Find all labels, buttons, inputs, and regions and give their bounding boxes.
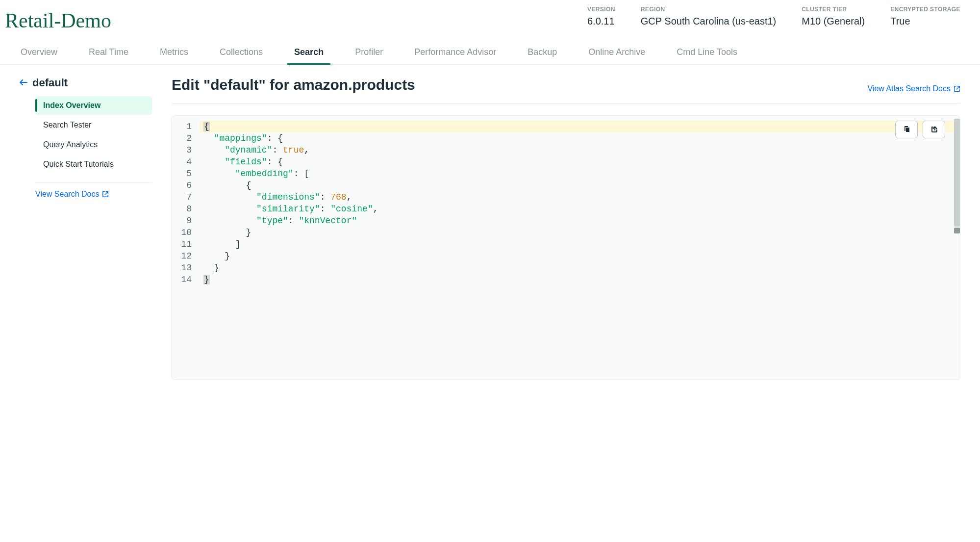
meta-value: M10 (General) [802, 16, 865, 27]
breadcrumb: default [20, 77, 152, 89]
sidebar-item-query-analytics[interactable]: Query Analytics [35, 135, 152, 154]
tab-profiler[interactable]: Profiler [354, 43, 384, 64]
tab-overview[interactable]: Overview [20, 43, 58, 64]
tab-backup[interactable]: Backup [527, 43, 558, 64]
meta-label: CLUSTER TIER [802, 6, 865, 13]
breadcrumb-title: default [32, 77, 68, 89]
view-search-docs-link[interactable]: View Search Docs [35, 190, 109, 199]
sidebar-nav: Index Overview Search Tester Query Analy… [35, 96, 152, 174]
meta-encrypted-storage: ENCRYPTED STORAGE True [890, 6, 960, 27]
view-atlas-search-docs-link[interactable]: View Atlas Search Docs [867, 84, 960, 93]
export-icon [930, 125, 938, 134]
meta-value: GCP South Carolina (us-east1) [641, 16, 776, 27]
sidebar-item-quick-start-tutorials[interactable]: Quick Start Tutorials [35, 155, 152, 174]
cluster-header: Retail-Demo VERSION 6.0.11 REGION GCP So… [0, 0, 980, 32]
cluster-tabs: Overview Real Time Metrics Collections S… [0, 43, 980, 65]
main-panel: Edit "default" for amazon.products View … [172, 77, 960, 380]
meta-value: True [890, 16, 960, 27]
meta-label: ENCRYPTED STORAGE [890, 6, 960, 13]
line-gutter: 1234567891011121314 [172, 116, 200, 380]
meta-label: VERSION [587, 6, 615, 13]
back-arrow-icon[interactable] [20, 78, 27, 87]
tab-real-time[interactable]: Real Time [88, 43, 129, 64]
meta-version: VERSION 6.0.11 [587, 6, 615, 27]
page-title: Edit "default" for amazon.products [172, 77, 415, 93]
editor-body[interactable]: 1234567891011121314 { "mappings": { "dyn… [172, 116, 960, 380]
copy-button[interactable] [895, 121, 918, 138]
scrollbar-track[interactable] [954, 119, 960, 227]
tab-collections[interactable]: Collections [219, 43, 264, 64]
main-header: Edit "default" for amazon.products View … [172, 77, 960, 103]
sidebar-item-search-tester[interactable]: Search Tester [35, 116, 152, 134]
cluster-name: Retail-Demo [5, 3, 111, 32]
scrollbar-thumb[interactable] [954, 228, 960, 233]
sidebar-divider [35, 182, 152, 183]
tab-performance-advisor[interactable]: Performance Advisor [413, 43, 497, 64]
meta-cluster-tier: CLUSTER TIER M10 (General) [802, 6, 865, 27]
sidebar-item-index-overview[interactable]: Index Overview [35, 96, 152, 115]
tab-search[interactable]: Search [293, 43, 325, 64]
tab-metrics[interactable]: Metrics [159, 43, 189, 64]
json-editor[interactable]: 1234567891011121314 { "mappings": { "dyn… [172, 115, 960, 380]
tab-cmd-line-tools[interactable]: Cmd Line Tools [676, 43, 738, 64]
cluster-meta: VERSION 6.0.11 REGION GCP South Carolina… [587, 3, 960, 27]
search-sidebar: default Index Overview Search Tester Que… [20, 77, 152, 380]
meta-label: REGION [641, 6, 776, 13]
tab-online-archive[interactable]: Online Archive [587, 43, 646, 64]
external-link-icon [102, 191, 109, 198]
export-button[interactable] [923, 121, 945, 138]
meta-region: REGION GCP South Carolina (us-east1) [641, 6, 776, 27]
editor-toolbar [895, 121, 945, 138]
meta-value: 6.0.11 [587, 16, 615, 27]
copy-icon [903, 125, 910, 134]
external-link-icon [954, 85, 960, 92]
docs-link-label: View Search Docs [35, 190, 99, 199]
code-content[interactable]: { "mappings": { "dynamic": true, "fields… [200, 116, 960, 380]
docs-link-label: View Atlas Search Docs [867, 84, 951, 93]
